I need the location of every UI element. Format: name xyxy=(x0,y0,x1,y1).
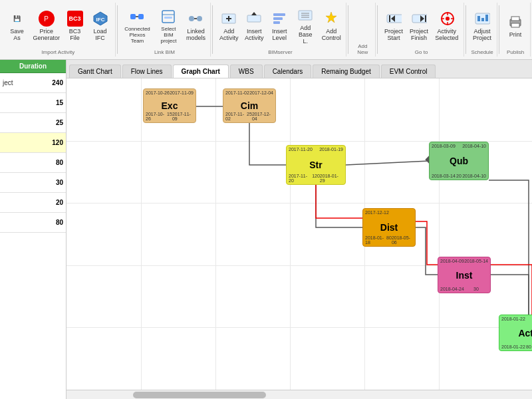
scroll-thumb[interactable] xyxy=(133,392,266,398)
qub-top-dates: 2018-03-092018-04-10 xyxy=(430,144,488,148)
left-row-3: 120 xyxy=(0,133,66,153)
tab-flow[interactable]: Flow Lines xyxy=(122,65,172,78)
ifc-label: LoadIFC xyxy=(94,28,107,41)
add-activity-label: AddActivity xyxy=(219,28,239,41)
project-start-button[interactable]: ProjectStart xyxy=(382,9,406,43)
toolbar-group-bimserver: AddActivity InsertActivity InsertLevel A… xyxy=(214,3,346,57)
svg-rect-3 xyxy=(138,14,144,19)
row2-value: 25 xyxy=(39,119,66,126)
project-finish-button[interactable]: ProjectFinish xyxy=(407,9,431,43)
price-generator-button[interactable]: P PriceGenerator xyxy=(31,9,62,43)
insert-level-label: InsertLevel xyxy=(272,28,287,41)
tab-graph[interactable]: Graph Chart xyxy=(173,65,229,78)
tab-budget[interactable]: Remaing Budget xyxy=(313,65,380,78)
publish-label: Publish xyxy=(507,49,524,55)
svg-rect-14 xyxy=(247,15,261,22)
add-activity-button[interactable]: AddActivity xyxy=(217,9,241,43)
import-group-label: Import Activity xyxy=(41,49,74,55)
toolbar-group-addnew: Add New xyxy=(350,3,376,57)
node-cim[interactable]: 2017-11-022017-12-04 Cim 2017-11-0225201… xyxy=(223,88,276,123)
tab-gantt[interactable]: Gantt Chart xyxy=(69,65,121,78)
activity-selected-button[interactable]: ActivitySelected xyxy=(432,9,461,43)
exc-bottom: 2017-10-26152017-11-09 xyxy=(144,112,196,121)
svg-rect-40 xyxy=(511,17,519,21)
adjust-project-icon xyxy=(474,11,490,27)
row3-value: 120 xyxy=(39,139,66,146)
exc-label: Exc xyxy=(162,100,178,111)
exc-top-dates: 2017-10-262017-11-09 xyxy=(144,90,196,95)
toolbar-group-schedule: AdjustProject Schedule xyxy=(467,3,497,57)
left-row-7: 80 xyxy=(0,213,66,233)
row6-value: 20 xyxy=(39,199,66,206)
select-bim-icon xyxy=(160,9,176,25)
left-row-4: 80 xyxy=(0,153,66,173)
svg-rect-17 xyxy=(273,17,283,20)
svg-point-8 xyxy=(189,16,194,21)
project-finish-label: ProjectFinish xyxy=(410,28,428,41)
row5-value: 30 xyxy=(39,179,66,186)
tab-wbs[interactable]: WBS xyxy=(230,65,263,78)
insert-activity-icon xyxy=(246,11,262,27)
row1-value: 15 xyxy=(39,99,66,106)
project-finish-icon xyxy=(411,11,427,27)
project-row-label: ject xyxy=(0,79,39,86)
node-str[interactable]: 2017-11-202018-01-19 Str 2017-11-2012020… xyxy=(286,145,346,185)
schedule-label: Schedule xyxy=(471,49,493,55)
project-start-icon xyxy=(386,11,402,27)
chart-area: 2017-10-262017-11-09 Exc 2017-10-2615201… xyxy=(66,78,532,390)
add-control-label: AddControl xyxy=(322,28,341,41)
bc3-label: BC3File xyxy=(69,28,81,41)
insert-level-button[interactable]: InsertLevel xyxy=(267,9,291,43)
plexos-label: ConnectedPlexos Team xyxy=(124,26,150,44)
insert-activity-button[interactable]: InsertActivity xyxy=(242,9,266,43)
svg-rect-41 xyxy=(511,23,519,27)
add-activity-icon xyxy=(221,11,237,27)
left-row-1: 15 xyxy=(0,93,66,113)
save-as-label: Save As xyxy=(7,28,27,41)
node-exc[interactable]: 2017-10-262017-11-09 Exc 2017-10-2615201… xyxy=(143,88,196,123)
svg-rect-37 xyxy=(481,18,484,21)
actb-label: Actb xyxy=(518,328,532,338)
bc3-file-button[interactable]: BC3 BC3File xyxy=(63,9,87,43)
connected-plexos-button[interactable]: ConnectedPlexos Team xyxy=(121,7,153,46)
save-as-button[interactable]: 💾 Save As xyxy=(4,9,30,43)
toolbar-group-linkbim: ConnectedPlexos Team Select BIMproject L… xyxy=(118,3,211,57)
svg-rect-36 xyxy=(477,16,480,21)
project-row-value: 240 xyxy=(39,79,66,86)
node-actb[interactable]: 2018-01-222018-06-28 Actb 2018-01-228020… xyxy=(499,315,532,351)
load-ifc-button[interactable]: IFC LoadIFC xyxy=(88,9,112,43)
cim-top-dates: 2017-11-022017-12-04 xyxy=(223,90,275,95)
add-base-button[interactable]: AddBase L. xyxy=(293,5,318,47)
tab-evm[interactable]: EVM Control xyxy=(381,65,436,78)
svg-rect-16 xyxy=(273,13,285,16)
left-row-project: ject 240 xyxy=(0,73,66,93)
node-qub[interactable]: 2018-03-092018-04-10 Qub 2018-03-1420201… xyxy=(429,142,489,180)
qub-label: Qub xyxy=(450,156,468,166)
add-base-label: AddBase L. xyxy=(295,25,315,45)
node-dist[interactable]: 2017-12-12 Dist 2018-01-18802018-05-06 xyxy=(362,208,416,247)
svg-point-30 xyxy=(446,17,450,21)
cim-bottom: 2017-11-02252017-12-04 xyxy=(223,112,275,121)
linked-models-button[interactable]: Linkedmodels xyxy=(184,9,207,43)
str-bottom: 2017-11-201202018-01-29 xyxy=(287,174,345,183)
svg-marker-15 xyxy=(251,12,257,15)
tab-calendars[interactable]: Calendars xyxy=(264,65,312,78)
adjust-project-button[interactable]: AdjustProject xyxy=(470,9,494,43)
adjust-project-label: AdjustProject xyxy=(473,28,491,41)
bc3-icon: BC3 xyxy=(67,11,83,27)
left-panel: Duration ject 240 15 25 120 80 30 20 xyxy=(0,60,66,399)
add-control-button[interactable]: AddControl xyxy=(319,9,343,43)
linkbim-label: Link BIM xyxy=(154,49,175,55)
activity-selected-icon xyxy=(439,11,455,27)
cim-label: Cim xyxy=(241,100,258,111)
horizontal-scrollbar[interactable] xyxy=(66,390,532,399)
inst-bottom: 2018-04-2430 xyxy=(438,287,490,291)
print-icon xyxy=(507,14,523,30)
print-button[interactable]: Print xyxy=(503,12,527,40)
select-bim-button[interactable]: Select BIMproject xyxy=(155,7,183,46)
node-inst[interactable]: 2018-04-092018-05-14 Inst 2018-04-2430 xyxy=(438,257,491,293)
price-gen-label: PriceGenerator xyxy=(33,28,60,41)
dist-label: Dist xyxy=(380,222,398,233)
str-label: Str xyxy=(309,160,322,170)
svg-rect-38 xyxy=(485,15,488,21)
